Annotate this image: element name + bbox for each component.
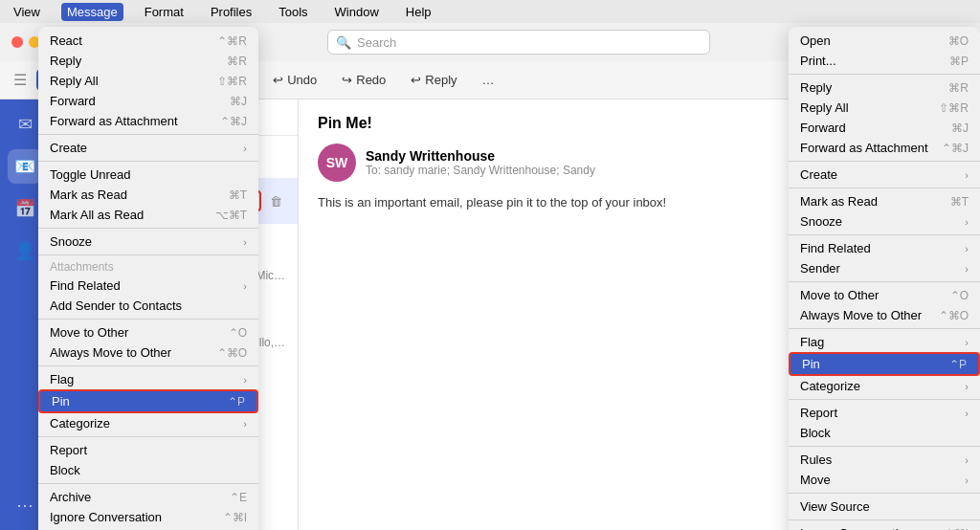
section-older: Older [50,291,298,312]
menu-window[interactable]: Window [329,3,385,21]
menu-view[interactable]: View [8,3,46,21]
detail-sender-to: To: sandy marie; Sandy Writtenhouse; San… [366,164,595,177]
sidebar-icon-mail[interactable]: ✉ [8,107,42,142]
detail-sender-name: Sandy Writtenhouse [366,148,595,164]
search-bar[interactable]: 🔍 Search [327,30,710,55]
email-detail-panel: Pin Me! SW Sandy Writtenhouse To: sandy … [299,99,980,530]
pin-label: Pin [229,73,247,87]
compose-icon: ✏️ [47,73,62,87]
sidebar-icon-calendar[interactable]: 📅 [8,191,42,226]
undo-icon: ↩ [273,73,283,87]
email-item-microsoft-account[interactable]: MA Microsoft account team New app(s) con… [50,245,298,291]
email-info-microsoft: Microsoft Updates to our terms of use He… [100,321,286,349]
hamburger-icon[interactable]: ☰ [8,71,33,89]
new-mail-button[interactable]: ✏️ New Mail [36,68,127,92]
email-list-header: From Subject [50,136,298,157]
undo-label: Undo [287,73,317,87]
more-icon: … [482,73,495,87]
redo-button[interactable]: ↪ Redo [331,68,396,92]
email-info-sandy: Sandy Writtenhouse Pin Me! This is an im… [115,188,183,215]
reply-icon: ↩ [411,73,421,87]
new-mail-label: New Mail [66,73,117,87]
sidebar-icon-contacts[interactable]: 👤 [8,233,42,268]
email-sender-info: Sandy Writtenhouse To: sandy marie; Sand… [366,148,595,177]
pin-button[interactable]: 📌 Pin [198,67,258,93]
preview-sandy: Pin Me! This is an important email, plea… [115,202,183,215]
email-item-microsoft[interactable]: M Microsoft Updates to our terms of use … [50,312,298,358]
redo-label: Redo [356,73,386,87]
preview-microsoft: Updates to our terms of use Hello, You'r… [100,336,286,349]
sync-icon: ↻ [142,73,152,87]
sender-microsoft-account: Microsoft account team [100,254,286,269]
email-list-tabs: Focused Other [50,99,298,136]
email-subject: Pin Me! [318,115,961,132]
email-body: This is an important email, please pin i… [318,193,961,213]
menu-help[interactable]: Help [400,3,437,21]
undo-button[interactable]: ↩ Undo [262,68,327,92]
maximize-button[interactable] [46,36,57,48]
content-area: ✉ 📧 📅 👤 ⋯ Focused Other From Subject Tod… [0,99,980,530]
sync-label: Sync [156,73,184,87]
app-window: 🔍 Search ☰ ✏️ New Mail ↻ Sync 📌 Pin ↩ Un… [0,23,980,530]
tab-focused[interactable]: Focused [61,107,132,127]
sync-button[interactable]: ↻ Sync [131,68,194,92]
email-list-panel: Focused Other From Subject Today SW Sand… [50,99,299,530]
search-icon: 🔍 [336,35,351,50]
reply-toolbar-button[interactable]: ↩ Reply [400,68,467,92]
avatar-sandy: SW [77,186,107,216]
sender-sandy: Sandy Writtenhouse [115,188,183,202]
menu-format[interactable]: Format [139,3,189,21]
from-header: From [61,140,136,153]
flag-icon-btn[interactable]: ⚑ [215,190,236,211]
email-sender-detail: SW Sandy Writtenhouse To: sandy marie; S… [318,144,961,182]
sidebar-icon-more[interactable]: ⋯ [8,488,42,522]
avatar-microsoft: M [61,320,92,350]
title-bar: 🔍 Search [0,23,980,61]
close-button[interactable] [11,36,23,48]
left-sidebar: ✉ 📧 📅 👤 ⋯ [0,99,50,530]
reply-label: Reply [425,73,457,87]
email-info-microsoft-account: Microsoft account team New app(s) connec… [100,254,286,282]
pin-icon: 📌 [210,73,225,87]
unread-dot [61,197,69,205]
sender-microsoft: Microsoft [100,321,286,336]
email-action-icons: ⚙ ⚑ 📌 🗑 [190,190,286,211]
menu-profiles[interactable]: Profiles [205,3,257,21]
redo-icon: ↪ [342,73,352,87]
sidebar-icon-inbox[interactable]: 📧 [8,149,42,184]
preview-microsoft-account: New app(s) connected to your Microsoft a [100,269,286,282]
menu-tools[interactable]: Tools [273,3,313,21]
toolbar: ☰ ✏️ New Mail ↻ Sync 📌 Pin ↩ Undo ↪ Redo… [0,61,980,99]
avatar-microsoft-account: MA [61,253,92,283]
more-button[interactable]: … [472,68,505,92]
search-placeholder: Search [357,35,396,50]
section-this-year: This Year [50,224,298,245]
avatar-large-sandy: SW [318,144,356,182]
trash-icon-btn[interactable]: 🗑 [265,190,286,211]
traffic-lights [11,36,57,48]
gear-icon-btn[interactable]: ⚙ [190,190,212,211]
pin-icon-btn[interactable]: 📌 [240,190,261,211]
menu-bar: View Message Format Profiles Tools Windo… [0,0,980,23]
subject-header: Subject [136,140,286,153]
email-item-sandy[interactable]: SW Sandy Writtenhouse Pin Me! This is an… [50,178,298,224]
section-today: Today [50,157,298,178]
minimize-button[interactable] [29,36,40,48]
tab-other[interactable]: Other [138,107,192,127]
menu-message[interactable]: Message [61,3,123,21]
